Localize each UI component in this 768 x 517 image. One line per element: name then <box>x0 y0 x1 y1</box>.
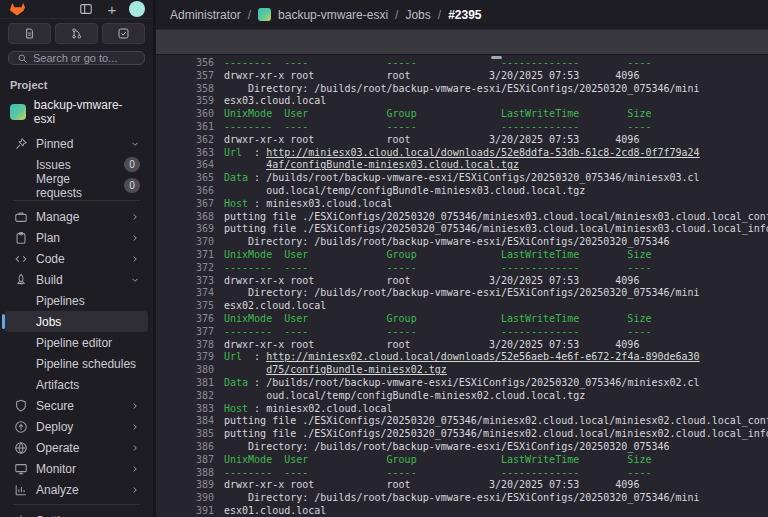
sidebar-divider <box>13 504 140 505</box>
log-link[interactable]: d75/configBundle-miniesx02.tgz <box>266 364 447 375</box>
log-line-number[interactable]: 388 <box>156 467 214 480</box>
log-line-number[interactable]: 366 <box>156 185 214 198</box>
log-line: 370 Directory: /builds/root/backup-vmwar… <box>156 236 768 249</box>
log-line-number[interactable]: 373 <box>156 275 214 288</box>
log-line-number[interactable]: 358 <box>156 83 214 96</box>
log-line-text: Directory: /builds/root/backup-vmware-es… <box>224 236 670 249</box>
chart-icon <box>13 482 28 497</box>
sidebar-item-monitor[interactable]: Monitor <box>5 458 148 479</box>
log-line-number[interactable]: 386 <box>156 441 214 454</box>
log-line-text: esx02.cloud.local <box>224 300 326 313</box>
log-line-number[interactable]: 362 <box>156 134 214 147</box>
log-plain-text: drwxr-xr-x root root 3/20/2025 07:53 409… <box>224 134 639 145</box>
log-line-text: Host : miniesx03.cloud.local <box>224 198 393 211</box>
log-line-number[interactable]: 391 <box>156 505 214 517</box>
log-line-number[interactable]: 367 <box>156 198 214 211</box>
log-plain-text: putting file ./ESXiConfigs/20250320_0753… <box>224 428 768 439</box>
issues-shortcut-button[interactable] <box>8 23 51 44</box>
user-avatar[interactable] <box>129 1 145 17</box>
sidebar-item-manage[interactable]: Manage <box>5 206 148 227</box>
log-line-number[interactable]: 369 <box>156 223 214 236</box>
log-line-text: Directory: /builds/root/backup-vmware-es… <box>224 287 700 300</box>
search-input[interactable]: Search or go to... <box>8 51 145 65</box>
breadcrumb-job-id: #2395 <box>448 8 481 22</box>
log-line-number[interactable]: 372 <box>156 262 214 275</box>
shield-icon <box>13 398 28 413</box>
log-line-number[interactable]: 383 <box>156 403 214 416</box>
project-item[interactable]: backup-vmware-esxi <box>5 95 148 129</box>
sidebar-item-artifacts[interactable]: Artifacts <box>5 374 148 395</box>
count-badge: 0 <box>124 157 140 172</box>
deploy-icon <box>13 419 28 434</box>
sidebar-item-jobs[interactable]: Jobs <box>5 311 148 332</box>
log-line-number[interactable]: 380 <box>156 364 214 377</box>
log-line-number[interactable]: 376 <box>156 313 214 326</box>
log-highlight-text: UnixMode User Group LastWriteTime Size <box>224 249 651 260</box>
create-new-icon[interactable]: + <box>103 0 121 18</box>
log-link[interactable]: http://miniesx03.cloud.local/downloads/5… <box>266 147 699 158</box>
log-line: 379Url : http://miniesx02.cloud.local/do… <box>156 351 768 364</box>
sidebar-item-operate[interactable]: Operate <box>5 437 148 458</box>
log-line-number[interactable]: 371 <box>156 249 214 262</box>
log-line-number[interactable]: 357 <box>156 70 214 83</box>
log-line: 374 Directory: /builds/root/backup-vmwar… <box>156 287 768 300</box>
sidebar-item-plan[interactable]: Plan <box>5 227 148 248</box>
sidebar-item-deploy[interactable]: Deploy <box>5 416 148 437</box>
sidebar-item-merge-requests[interactable]: Merge requests0 <box>5 175 148 196</box>
log-line-number[interactable]: 379 <box>156 351 214 364</box>
sidebar-item-label: Pipeline editor <box>36 336 112 350</box>
sidebar-item-secure[interactable]: Secure <box>5 395 148 416</box>
log-line-number[interactable]: 363 <box>156 147 214 160</box>
breadcrumb-jobs[interactable]: Jobs <box>405 8 430 22</box>
log-line-number[interactable]: 370 <box>156 236 214 249</box>
log-plain-text: Directory: /builds/root/backup-vmware-es… <box>224 287 700 298</box>
sidebar-item-settings[interactable]: Settings <box>5 510 148 517</box>
log-link[interactable]: 4af/configBundle-miniesx03.cloud.local.t… <box>266 159 519 170</box>
log-line-number[interactable]: 377 <box>156 326 214 339</box>
log-line-number[interactable]: 384 <box>156 415 214 428</box>
merge-requests-shortcut-button[interactable] <box>55 23 98 44</box>
log-line-number[interactable]: 387 <box>156 454 214 467</box>
log-line: 365Data : /builds/root/backup-vmware-esx… <box>156 172 768 185</box>
log-plain-text: drwxr-xr-x root root 3/20/2025 07:53 409… <box>224 479 639 490</box>
log-line-number[interactable]: 382 <box>156 390 214 403</box>
log-line-text: Url : http://miniesx02.cloud.local/downl… <box>224 351 700 364</box>
log-line-number[interactable]: 360 <box>156 108 214 121</box>
breadcrumb-administrator[interactable]: Administrator <box>170 8 241 22</box>
log-line-number[interactable]: 356 <box>156 57 214 70</box>
log-line-number[interactable]: 374 <box>156 287 214 300</box>
sidebar-item-pipeline-editor[interactable]: Pipeline editor <box>5 332 148 353</box>
log-line-number[interactable]: 385 <box>156 428 214 441</box>
log-line-number[interactable]: 361 <box>156 121 214 134</box>
sidebar-item-label: Artifacts <box>36 378 79 392</box>
log-line-text: UnixMode User Group LastWriteTime Size <box>224 249 651 262</box>
log-line-number[interactable]: 381 <box>156 377 214 390</box>
log-link[interactable]: http://miniesx02.cloud.local/downloads/5… <box>266 351 699 362</box>
sidebar-item-pipeline-schedules[interactable]: Pipeline schedules <box>5 353 148 374</box>
log-line-number[interactable]: 378 <box>156 339 214 352</box>
sidebar-item-label: Analyze <box>36 483 79 497</box>
log-line: 380 d75/configBundle-miniesx02.tgz <box>156 364 768 377</box>
log-line: 383Host : miniesx02.cloud.local <box>156 403 768 416</box>
log-line-number[interactable]: 359 <box>156 95 214 108</box>
log-line: 361-------- ---- ----- ------------- ---… <box>156 121 768 134</box>
todo-list-shortcut-button[interactable] <box>102 23 145 44</box>
sidebar-item-analyze[interactable]: Analyze <box>5 479 148 500</box>
sidebar-item-pipelines[interactable]: Pipelines <box>5 290 148 311</box>
log-line-number[interactable]: 364 <box>156 159 214 172</box>
log-line-number[interactable]: 368 <box>156 211 214 224</box>
log-line-number[interactable]: 375 <box>156 300 214 313</box>
sidebar-item-pinned[interactable]: Pinned <box>5 133 148 154</box>
log-line-number[interactable]: 365 <box>156 172 214 185</box>
sidebar-item-code[interactable]: Code <box>5 248 148 269</box>
search-icon <box>17 53 28 64</box>
log-line-number[interactable]: 390 <box>156 492 214 505</box>
sidebar-item-build[interactable]: Build <box>5 269 148 290</box>
breadcrumb-project[interactable]: backup-vmware-esxi <box>278 8 388 22</box>
search-placeholder: Search or go to... <box>33 52 117 64</box>
sidebar-toggle-icon[interactable] <box>77 0 95 18</box>
log-line-number[interactable]: 389 <box>156 479 214 492</box>
log-scrollbar-thumb[interactable] <box>491 56 502 59</box>
log-plain-text: /builds/root/backup-vmware-esxi/ESXiConf… <box>266 377 699 388</box>
log-line-text: drwxr-xr-x root root 3/20/2025 07:53 409… <box>224 479 639 492</box>
